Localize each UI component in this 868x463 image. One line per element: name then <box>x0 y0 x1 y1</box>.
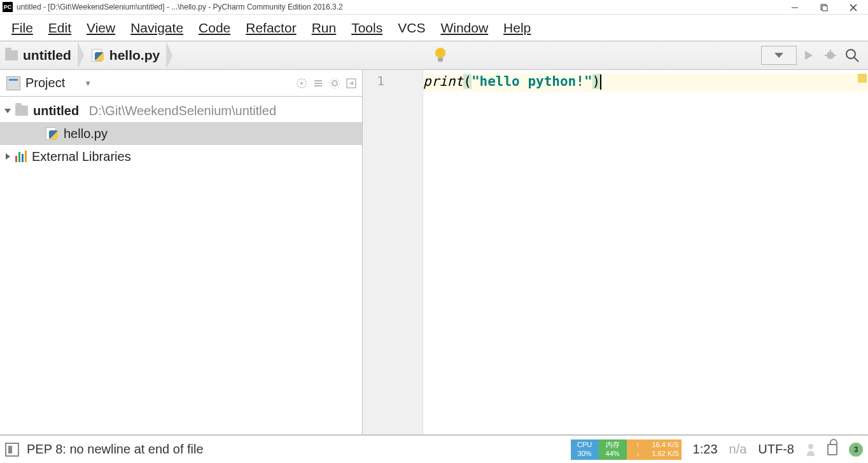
tree-external-libraries[interactable]: External Libraries <box>0 145 362 168</box>
svg-point-7 <box>827 52 834 59</box>
minimize-button[interactable] <box>780 0 809 15</box>
breadcrumb: untitled hello.py <box>0 41 166 69</box>
maximize-button[interactable] <box>809 0 839 15</box>
python-file-icon <box>46 127 59 140</box>
status-bar: PEP 8: no newline at end of file CPU 30%… <box>0 435 868 463</box>
tree-file-label: hello.py <box>64 127 108 141</box>
breadcrumb-project[interactable]: untitled <box>0 41 78 69</box>
menu-edit[interactable]: Edit <box>41 20 79 36</box>
tool-windows-toggle-icon[interactable] <box>5 443 19 457</box>
menu-file[interactable]: File <box>4 20 41 36</box>
tree-file-hello[interactable]: hello.py <box>0 122 362 145</box>
window-title: untitled - [D:\Git\WeekendSelenium\untit… <box>17 3 343 11</box>
menu-tools[interactable]: Tools <box>344 20 390 36</box>
status-message: PEP 8: no newline at end of file <box>27 442 204 457</box>
project-view-icon <box>6 76 20 90</box>
expand-toggle-icon[interactable] <box>0 153 15 160</box>
menu-refactor[interactable]: Refactor <box>238 20 304 36</box>
svg-point-11 <box>846 50 855 59</box>
text-cursor <box>600 74 601 90</box>
tree-project-root[interactable]: untitled D:\Git\WeekendSelenium\untitled <box>0 99 362 122</box>
folder-icon <box>15 106 28 116</box>
svg-rect-2 <box>822 6 827 11</box>
breadcrumb-file[interactable]: hello.py <box>78 41 166 69</box>
toolbar-right <box>761 41 862 69</box>
code-editor[interactable]: 1 print("hello python!") <box>363 70 868 434</box>
menu-view[interactable]: View <box>79 20 123 36</box>
chevron-down-icon[interactable]: ▼ <box>84 79 92 88</box>
scroll-from-source-icon[interactable] <box>296 78 307 89</box>
search-everywhere-button[interactable] <box>843 46 862 65</box>
run-config-dropdown[interactable] <box>761 46 797 65</box>
svg-marker-21 <box>349 81 353 85</box>
svg-marker-5 <box>774 53 783 58</box>
tree-external-label: External Libraries <box>32 149 131 164</box>
breadcrumb-file-label: hello.py <box>109 48 160 63</box>
project-tool-window: Project ▼ <box>0 70 363 434</box>
menu-navigate[interactable]: Navigate <box>123 20 191 36</box>
intention-bulb-icon[interactable] <box>434 48 447 63</box>
menu-bar: File Edit View Navigate Code Refactor Ru… <box>0 15 868 41</box>
menu-code[interactable]: Code <box>191 20 238 36</box>
breadcrumb-project-label: untitled <box>23 48 71 63</box>
tree-root-label: untitled D:\Git\WeekendSelenium\untitled <box>33 104 276 118</box>
line-number: 1 <box>363 74 423 92</box>
hide-panel-icon[interactable] <box>346 78 357 89</box>
debug-button[interactable] <box>821 46 840 65</box>
window-controls <box>780 0 868 15</box>
menu-help[interactable]: Help <box>496 20 538 36</box>
run-button[interactable] <box>799 46 818 65</box>
inspections-indicator-icon[interactable] <box>806 443 816 456</box>
project-tree[interactable]: untitled D:\Git\WeekendSelenium\untitled… <box>0 97 362 434</box>
close-button[interactable] <box>839 0 868 15</box>
svg-point-14 <box>300 82 303 85</box>
svg-line-12 <box>854 57 858 62</box>
app-icon: PC <box>3 2 13 12</box>
folder-icon <box>5 50 18 60</box>
system-monitor-widget[interactable]: CPU 30% 内存 44% ↑ ↓ 16.4 K/S 1.62 K/S <box>571 439 682 460</box>
svg-point-18 <box>332 81 337 86</box>
code-line[interactable]: print("hello python!") <box>423 74 868 92</box>
expand-toggle-icon[interactable] <box>0 107 15 114</box>
editor-gutter[interactable]: 1 <box>363 70 423 434</box>
menu-window[interactable]: Window <box>433 20 496 36</box>
line-separator[interactable]: n/a <box>729 442 747 457</box>
svg-marker-6 <box>805 51 813 60</box>
collapse-all-icon[interactable] <box>312 78 324 89</box>
file-encoding[interactable]: UTF-8 <box>758 442 794 457</box>
svg-marker-22 <box>4 109 11 113</box>
svg-marker-23 <box>6 153 10 160</box>
main-area: Project ▼ <box>0 70 868 435</box>
libraries-icon <box>15 151 27 162</box>
read-only-lock-icon[interactable] <box>827 444 837 455</box>
menu-vcs[interactable]: VCS <box>390 20 433 36</box>
python-file-icon <box>92 49 104 62</box>
editor-content[interactable]: print("hello python!") <box>423 70 868 434</box>
cursor-position[interactable]: 1:23 <box>693 442 718 457</box>
menu-run[interactable]: Run <box>304 20 344 36</box>
svg-point-24 <box>808 444 813 449</box>
settings-gear-icon[interactable] <box>329 78 340 89</box>
inspection-marker-icon[interactable] <box>858 74 867 83</box>
svg-point-19 <box>330 78 340 88</box>
project-panel-title: Project <box>25 76 65 90</box>
navigation-bar: untitled hello.py <box>0 41 868 70</box>
title-bar: PC untitled - [D:\Git\WeekendSelenium\un… <box>0 0 868 15</box>
project-panel-header[interactable]: Project ▼ <box>0 70 362 97</box>
notifications-badge[interactable]: 3 <box>849 443 863 457</box>
